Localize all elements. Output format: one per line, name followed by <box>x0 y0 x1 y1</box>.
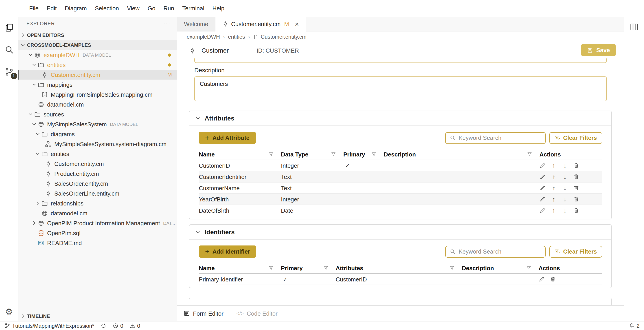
filter-icon[interactable] <box>449 265 454 271</box>
edit-button[interactable] <box>540 207 546 214</box>
table-view-icon[interactable] <box>630 23 638 32</box>
column-header-description: Description <box>462 265 538 271</box>
tree-item-salesorderline-entity-cm[interactable]: SalesOrderLine.entity.cm <box>18 188 177 198</box>
menu-go[interactable]: Go <box>144 5 160 12</box>
delete-button[interactable] <box>573 162 580 169</box>
filter-icon[interactable] <box>527 151 532 157</box>
filter-icon[interactable] <box>526 265 531 271</box>
up-button[interactable]: ↑ <box>551 185 557 191</box>
tab-welcome[interactable]: Welcome <box>177 17 216 31</box>
tree-item-customer-entity-cm[interactable]: Customer.entity.cm <box>18 159 177 169</box>
tree-item-entities[interactable]: entities <box>18 60 177 70</box>
settings-gear-icon[interactable]: ⚙ <box>0 307 18 317</box>
main-area: 1 ⚙ EXPLORER ··· OPEN EDITORS CROSSMODEL… <box>0 17 644 321</box>
name-input-partial[interactable] <box>194 58 607 63</box>
close-icon[interactable]: × <box>295 20 299 28</box>
edit-button[interactable] <box>540 196 546 202</box>
keyword-search-input[interactable] <box>459 248 541 255</box>
chevron-placeholder <box>38 191 44 196</box>
description-textarea[interactable]: Customers <box>194 76 607 101</box>
delete-button[interactable] <box>573 174 580 180</box>
menu-file[interactable]: File <box>25 5 43 12</box>
menu-run[interactable]: Run <box>160 5 178 12</box>
menu-terminal[interactable]: Terminal <box>178 5 208 12</box>
notifications-status[interactable]: 2 <box>629 322 640 329</box>
bottom-tab-code-editor[interactable]: </>Code Editor <box>230 306 284 321</box>
down-button[interactable]: ↓ <box>562 174 568 180</box>
errors-status[interactable]: 0 <box>113 322 123 329</box>
identifiers-section-header[interactable]: Identifiers <box>190 225 611 240</box>
tree-item-openpim-product-information-management[interactable]: OpenPIM Product Information ManagementDA… <box>18 218 177 228</box>
up-button[interactable]: ↑ <box>551 196 557 202</box>
menu-selection[interactable]: Selection <box>91 5 123 12</box>
warnings-status[interactable]: 0 <box>130 322 140 329</box>
clear-filters-button[interactable]: Clear Filters <box>549 132 602 144</box>
tree-item-product-entity-cm[interactable]: Product.entity.cm <box>18 169 177 179</box>
search-activity-icon[interactable] <box>4 45 14 54</box>
edit-button[interactable] <box>540 174 546 180</box>
tree-item-entities[interactable]: entities <box>18 149 177 159</box>
breadcrumb-item-entities[interactable]: entities <box>228 34 245 40</box>
tree-item-mysimplesalessystem-system-diagram-cm[interactable]: MySimpleSalesSystem.system-diagram.cm <box>18 139 177 149</box>
source-control-activity-item[interactable]: 1 <box>4 67 14 76</box>
menu-help[interactable]: Help <box>208 5 229 12</box>
delete-button[interactable] <box>573 196 580 202</box>
menu-diagram[interactable]: Diagram <box>61 5 91 12</box>
delete-button[interactable] <box>550 276 556 282</box>
down-button[interactable]: ↓ <box>562 185 568 191</box>
down-button[interactable]: ↓ <box>562 196 568 202</box>
workspace-section[interactable]: CROSSMODEL-EXAMPLES <box>18 40 177 50</box>
add-attribute-button[interactable]: +Add Attribute <box>199 132 256 144</box>
diagram-icon <box>45 140 52 147</box>
tree-item-salesorder-entity-cm[interactable]: SalesOrder.entity.cm <box>18 179 177 188</box>
tree-item-openpim-sql[interactable]: OpenPim.sql <box>18 228 177 238</box>
bottom-tab-form-editor[interactable]: Form Editor <box>177 306 230 321</box>
column-label: Description <box>384 151 416 157</box>
tree-item-datamodel-cm[interactable]: datamodel.cm <box>18 99 177 109</box>
breadcrumb-item-exampledwh[interactable]: exampleDWH <box>187 34 220 40</box>
save-button[interactable]: Save <box>581 44 616 56</box>
up-button[interactable]: ↑ <box>551 162 557 169</box>
down-button[interactable]: ↓ <box>562 162 568 169</box>
tree-item-diagrams[interactable]: diagrams <box>18 129 177 139</box>
more-actions-icon[interactable]: ··· <box>163 20 170 27</box>
filter-icon[interactable] <box>331 151 336 157</box>
tree-item-customer-entity-cm[interactable]: Customer.entity.cmM <box>18 70 177 80</box>
branch-status[interactable]: Tutorials/MappingWithExpression* <box>4 322 94 329</box>
filter-icon[interactable] <box>371 151 376 157</box>
tree-item-relationships[interactable]: relationships <box>18 198 177 208</box>
clear-filters-button[interactable]: Clear Filters <box>549 246 602 257</box>
up-button[interactable]: ↑ <box>551 174 557 180</box>
explorer-activity-icon[interactable] <box>4 23 14 32</box>
timeline-section[interactable]: TIMELINE <box>18 311 177 321</box>
edit-button[interactable] <box>540 185 546 191</box>
attributes-section-header[interactable]: Attributes <box>190 111 611 126</box>
delete-button[interactable] <box>573 185 580 191</box>
menu-view[interactable]: View <box>123 5 144 12</box>
menu-edit[interactable]: Edit <box>43 5 61 12</box>
tree-item-readme-md[interactable]: README.md <box>18 238 177 248</box>
tree-item-mappings[interactable]: mappings <box>18 80 177 89</box>
tree-item-mysimplesalessystem[interactable]: MySimpleSalesSystemDATA MODEL <box>18 119 177 129</box>
edit-button[interactable] <box>538 276 545 282</box>
sync-status[interactable] <box>100 323 106 329</box>
tree-item-exampledwh[interactable]: exampleDWHDATA MODEL <box>18 50 177 60</box>
filter-icon[interactable] <box>268 265 274 271</box>
tab-customer-entity-cm[interactable]: Customer.entity.cmM× <box>216 17 306 32</box>
tree-item-mappingfromsimplesales-mapping-cm[interactable]: MappingFromSimpleSales.mapping.cm <box>18 89 177 99</box>
up-button[interactable]: ↑ <box>551 207 557 214</box>
tree-item-label: exampleDWH <box>44 52 80 58</box>
tree-item-sources[interactable]: sources <box>18 109 177 119</box>
filter-icon[interactable] <box>268 151 274 157</box>
filter-icon[interactable] <box>323 265 328 271</box>
delete-button[interactable] <box>573 207 580 214</box>
keyword-search-input[interactable] <box>459 134 541 141</box>
tab-label: Customer.entity.cm <box>231 21 281 27</box>
tree-item-label: datamodel.cm <box>51 210 87 217</box>
tree-item-datamodel-cm[interactable]: datamodel.cm <box>18 208 177 218</box>
open-editors-section[interactable]: OPEN EDITORS <box>18 30 177 40</box>
edit-button[interactable] <box>540 162 546 169</box>
add-identifier-button[interactable]: +Add Identifier <box>199 245 256 258</box>
breadcrumb-item-customer-entity-cm[interactable]: Customer.entity.cm <box>253 34 306 40</box>
down-button[interactable]: ↓ <box>562 207 568 214</box>
